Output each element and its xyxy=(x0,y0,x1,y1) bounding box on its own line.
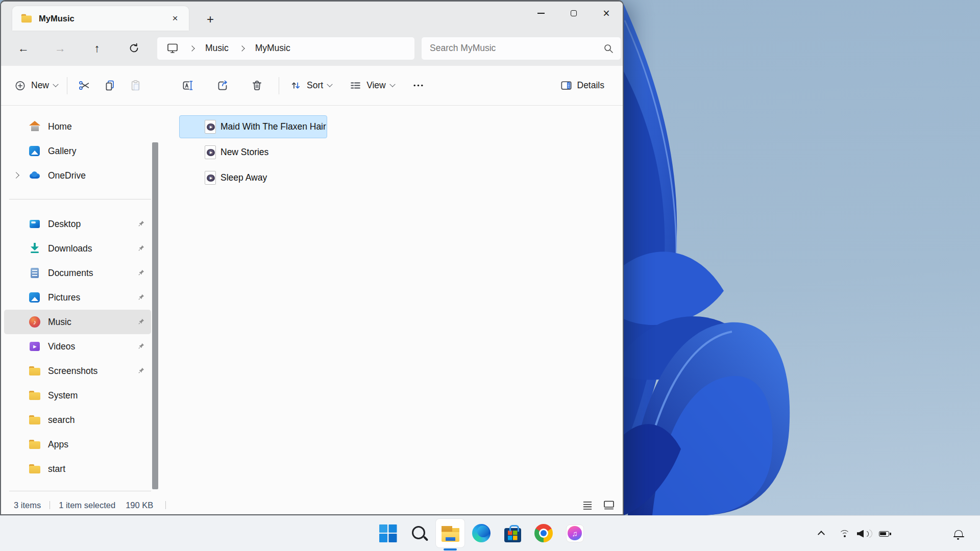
sidebar-item-pictures[interactable]: Pictures xyxy=(4,285,151,310)
sidebar-divider xyxy=(9,491,151,491)
refresh-button[interactable] xyxy=(124,38,144,59)
window-controls: × xyxy=(525,2,623,25)
details-view-toggle[interactable] xyxy=(579,498,596,512)
cut-button[interactable] xyxy=(71,73,97,98)
file-item-maid-with-the-flaxen-hair[interactable]: Maid With The Flaxen Hair xyxy=(179,115,327,138)
breadcrumb-label[interactable]: Music xyxy=(205,43,229,54)
breadcrumb-label[interactable]: MyMusic xyxy=(255,43,290,54)
sidebar-item-gallery[interactable]: Gallery xyxy=(4,139,151,163)
maximize-button[interactable] xyxy=(557,2,590,25)
paste-button[interactable] xyxy=(122,73,148,98)
sidebar-item-music[interactable]: Music xyxy=(4,310,151,334)
toolbar-divider xyxy=(279,77,279,94)
file-item-sleep-away[interactable]: Sleep Away xyxy=(179,166,327,189)
sidebar-item-onedrive[interactable]: OneDrive xyxy=(4,163,151,188)
command-toolbar: New xyxy=(1,66,623,106)
forward-button[interactable]: → xyxy=(50,38,70,59)
delete-button[interactable] xyxy=(244,73,270,98)
sort-button[interactable]: Sort xyxy=(284,75,337,96)
chrome-icon xyxy=(534,524,553,542)
audio-file-icon xyxy=(205,120,216,134)
up-button[interactable]: ↑ xyxy=(87,38,107,59)
share-button[interactable] xyxy=(209,73,235,98)
taskbar-apps xyxy=(374,519,589,547)
new-button[interactable]: New xyxy=(9,76,63,96)
sidebar-item-apps[interactable]: Apps xyxy=(4,432,151,457)
folder-icon xyxy=(29,414,41,426)
pin-icon xyxy=(137,343,144,350)
pin-icon xyxy=(137,269,144,277)
minimize-button[interactable] xyxy=(525,2,557,25)
breadcrumb-item[interactable]: Music xyxy=(179,43,229,54)
details-button[interactable]: Details xyxy=(555,75,610,96)
sidebar-item-home[interactable]: Home xyxy=(4,114,151,139)
system-tray-button[interactable] xyxy=(836,523,892,544)
sidebar-item-system[interactable]: System xyxy=(4,383,151,408)
this-pc-icon[interactable] xyxy=(166,42,179,54)
sidebar-item-label: System xyxy=(48,390,78,401)
sidebar-item-screenshots[interactable]: Screenshots xyxy=(4,359,151,383)
taskbar-start-button[interactable] xyxy=(374,519,402,547)
start-icon xyxy=(379,524,397,542)
taskbar-edge-button[interactable] xyxy=(467,519,496,547)
thumbnail-view-toggle[interactable] xyxy=(600,498,618,512)
copy-button[interactable] xyxy=(97,73,122,98)
rename-button[interactable] xyxy=(175,73,200,98)
back-button[interactable]: ← xyxy=(13,38,34,59)
file-name: New Stories xyxy=(220,147,268,158)
sidebar-item-start[interactable]: start xyxy=(4,457,151,481)
volume-icon xyxy=(857,530,872,538)
chevron-down-icon xyxy=(327,81,332,87)
new-tab-button[interactable]: + xyxy=(201,11,219,28)
notifications-button[interactable] xyxy=(948,523,969,544)
more-options-button[interactable] xyxy=(406,73,431,98)
search-box xyxy=(422,37,621,60)
store-icon xyxy=(504,528,521,542)
chevron-right-icon[interactable] xyxy=(13,172,19,179)
minimize-icon xyxy=(537,13,545,14)
audio-file-icon xyxy=(205,145,216,159)
pictures-icon xyxy=(29,291,41,304)
status-selection-count: 1 item selected xyxy=(59,500,115,510)
taskbar-search-button[interactable] xyxy=(405,519,433,547)
sidebar-item-downloads[interactable]: Downloads xyxy=(4,236,151,261)
tab-close-icon[interactable]: × xyxy=(167,11,183,26)
taskbar-file-explorer-button[interactable] xyxy=(436,519,464,547)
refresh-icon xyxy=(129,43,139,54)
chevron-right-icon[interactable] xyxy=(239,45,244,51)
breadcrumb: Music MyMusic xyxy=(157,37,414,60)
sidebar-item-desktop[interactable]: Desktop xyxy=(4,212,151,236)
sidebar-scrollbar[interactable] xyxy=(152,142,158,489)
tab-title: MyMusic xyxy=(39,14,75,23)
explorer-tab[interactable]: MyMusic × xyxy=(12,6,189,31)
taskbar-chrome-button[interactable] xyxy=(529,519,558,547)
sidebar-divider xyxy=(9,199,151,199)
hidden-icons-button[interactable] xyxy=(813,524,830,543)
sidebar-item-label: Apps xyxy=(48,439,68,450)
sidebar-item-label: Gallery xyxy=(48,146,76,157)
file-explorer-icon xyxy=(441,524,460,542)
battery-icon xyxy=(879,531,889,537)
sidebar-item-label: Screenshots xyxy=(48,366,97,377)
tab-bar: MyMusic × + × xyxy=(1,2,623,31)
chevron-down-icon xyxy=(389,81,395,87)
sidebar-item-documents[interactable]: Documents xyxy=(4,261,151,285)
view-button[interactable]: View xyxy=(344,75,400,96)
audio-file-icon xyxy=(205,171,216,185)
taskbar-itunes-button[interactable] xyxy=(560,519,589,547)
breadcrumb-item[interactable]: MyMusic xyxy=(229,43,290,54)
search-input[interactable] xyxy=(422,37,621,60)
pin-icon xyxy=(137,294,144,301)
folder-icon xyxy=(29,365,41,377)
folder-icon xyxy=(29,438,41,450)
details-button-label: Details xyxy=(577,80,605,91)
chevron-right-icon[interactable] xyxy=(189,45,194,51)
file-item-new-stories[interactable]: New Stories xyxy=(179,141,327,164)
close-button[interactable]: × xyxy=(590,2,623,25)
sidebar-item-videos[interactable]: Videos xyxy=(4,334,151,359)
sidebar-item-search[interactable]: search xyxy=(4,408,151,432)
copy-icon xyxy=(104,79,116,92)
new-button-label: New xyxy=(31,80,49,91)
notification-bell-icon xyxy=(954,530,963,537)
taskbar-store-button[interactable] xyxy=(498,519,527,547)
